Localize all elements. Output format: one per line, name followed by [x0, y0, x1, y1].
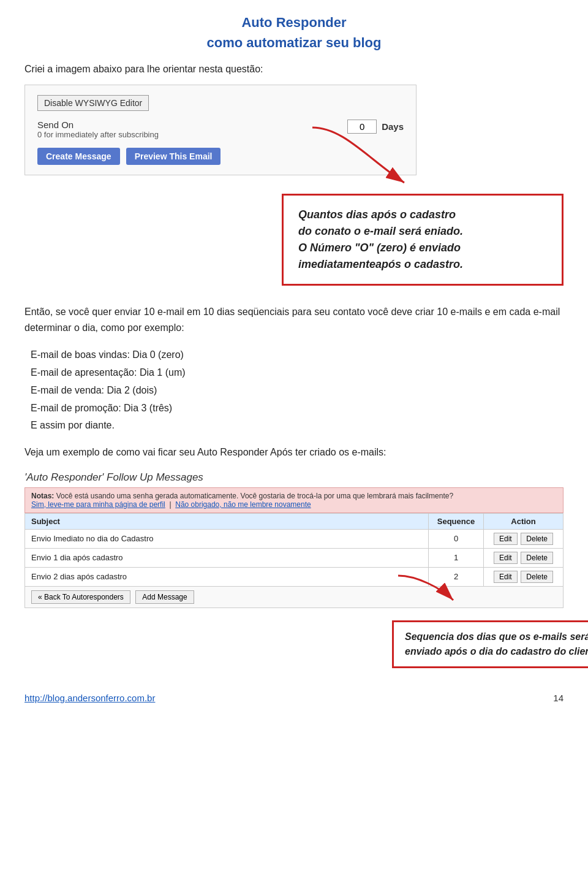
page-number: 14	[553, 693, 564, 703]
page-footer: http://blog.andersonferro.com.br 14	[24, 687, 564, 703]
table-row: Envio Imediato no dia do Cadastro 0 Edit…	[25, 529, 564, 548]
create-message-button[interactable]: Create Message	[37, 148, 120, 165]
cell-subject: Envio 2 dias após cadastro	[25, 567, 429, 586]
edit-button[interactable]: Edit	[494, 552, 518, 564]
followup-title: 'Auto Responder' Follow Up Messages	[24, 471, 564, 484]
callout-box-2: Sequencia dos dias que os e-mails será e…	[392, 620, 588, 668]
add-message-button[interactable]: Add Message	[135, 590, 194, 604]
intro-text: Criei a imagem abaixo para lhe orientar …	[24, 64, 564, 75]
delete-button[interactable]: Delete	[521, 571, 553, 583]
send-on-label: Send On	[37, 120, 347, 130]
cell-action: Edit Delete	[484, 548, 564, 567]
col-header-action: Action	[484, 513, 564, 529]
cell-subject: Envio 1 dia após cadastro	[25, 548, 429, 567]
email-list: E-mail de boas vindas: Dia 0 (zero) E-ma…	[31, 346, 564, 435]
delete-button[interactable]: Delete	[521, 552, 553, 564]
cell-sequence: 0	[429, 529, 484, 548]
table-footer: « Back To Autoresponders Add Message	[24, 587, 564, 608]
footer-link[interactable]: http://blog.andersonferro.com.br	[24, 693, 155, 703]
table-row: Envio 1 dia após cadastro 1 Edit Delete	[25, 548, 564, 567]
delete-button[interactable]: Delete	[521, 533, 553, 545]
back-to-autoresponders-button[interactable]: « Back To Autoresponders	[31, 590, 130, 604]
table-row: Envio 2 dias após cadastro 2 Edit Delete	[25, 567, 564, 586]
col-header-subject: Subject	[25, 513, 429, 529]
cell-subject: Envio Imediato no dia do Cadastro	[25, 529, 429, 548]
edit-button[interactable]: Edit	[494, 571, 518, 583]
cell-action: Edit Delete	[484, 567, 564, 586]
arrow-graphic	[306, 121, 441, 195]
followup-table: Subject Sequence Action Envio Imediato n…	[24, 513, 564, 587]
page-title: Auto Responder como automatizar seu blog	[24, 12, 564, 53]
no-remind-link[interactable]: Não obrigado, não me lembre novamente	[175, 500, 311, 509]
notes-bar: Notas: Você está usando uma senha gerada…	[24, 487, 564, 513]
preview-email-button[interactable]: Preview This Email	[126, 148, 221, 165]
send-on-sublabel: 0 for immediately after subscribing	[37, 130, 347, 139]
callout-box-1: Quantos dias após o cadastro do conato o…	[282, 194, 564, 286]
edit-button[interactable]: Edit	[494, 533, 518, 545]
body-paragraph-1: Então, se você quer enviar 10 e-mail em …	[24, 304, 564, 335]
cell-action: Edit Delete	[484, 529, 564, 548]
profile-link[interactable]: Sim, leve-me para minha página de perfil	[31, 500, 165, 509]
cell-sequence: 1	[429, 548, 484, 567]
body-paragraph-2: Veja um exemplo de como vai ficar seu Au…	[24, 444, 564, 460]
wysiwyg-button[interactable]: Disable WYSIWYG Editor	[37, 95, 149, 111]
sequence-arrow	[392, 569, 466, 606]
col-header-sequence: Sequence	[429, 513, 484, 529]
screenshot-box-2: 'Auto Responder' Follow Up Messages Nota…	[24, 471, 564, 608]
